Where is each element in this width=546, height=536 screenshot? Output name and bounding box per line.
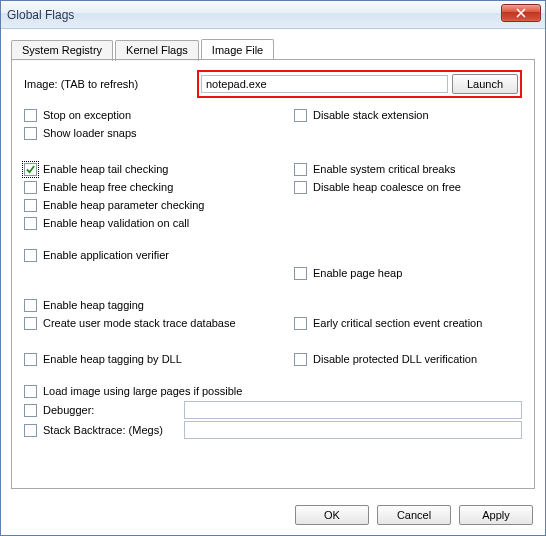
cb-enable-heap-parameter-checking[interactable] <box>24 199 37 212</box>
lbl-stack-backtrace: Stack Backtrace: (Megs) <box>43 424 163 436</box>
lbl-enable-heap-tail-checking: Enable heap tail checking <box>43 163 168 175</box>
lbl-disable-heap-coalesce-on-free: Disable heap coalesce on free <box>313 181 461 193</box>
debugger-input[interactable] <box>184 401 522 419</box>
tab-kernel-flags[interactable]: Kernel Flags <box>115 40 199 61</box>
image-row: Image: (TAB to refresh) Launch <box>24 70 522 98</box>
cb-create-user-mode-stack-trace-db[interactable] <box>24 317 37 330</box>
tab-image-file[interactable]: Image File <box>201 39 274 60</box>
lbl-enable-heap-tagging: Enable heap tagging <box>43 299 144 311</box>
lbl-debugger: Debugger: <box>43 404 94 416</box>
cb-stack-backtrace[interactable] <box>24 424 37 437</box>
cancel-button[interactable]: Cancel <box>377 505 451 525</box>
cb-stop-on-exception[interactable] <box>24 109 37 122</box>
global-flags-window: Global Flags System Registry Kernel Flag… <box>0 0 546 536</box>
cb-enable-application-verifier[interactable] <box>24 249 37 262</box>
ok-button[interactable]: OK <box>295 505 369 525</box>
cb-enable-heap-free-checking[interactable] <box>24 181 37 194</box>
close-button[interactable] <box>501 4 541 22</box>
lbl-load-image-large-pages: Load image using large pages if possible <box>43 385 242 397</box>
cb-enable-system-critical-breaks[interactable] <box>294 163 307 176</box>
cb-enable-heap-tail-checking[interactable] <box>24 163 37 176</box>
lbl-enable-page-heap: Enable page heap <box>313 267 402 279</box>
launch-button[interactable]: Launch <box>452 74 518 94</box>
tab-strip: System Registry Kernel Flags Image File <box>11 39 535 60</box>
image-highlight: Launch <box>197 70 522 98</box>
tab-system-registry[interactable]: System Registry <box>11 40 113 61</box>
lbl-enable-heap-tagging-by-dll: Enable heap tagging by DLL <box>43 353 182 365</box>
lbl-enable-application-verifier: Enable application verifier <box>43 249 169 261</box>
apply-button[interactable]: Apply <box>459 505 533 525</box>
cb-early-critical-section-event-creation[interactable] <box>294 317 307 330</box>
cb-disable-stack-extension[interactable] <box>294 109 307 122</box>
dialog-buttons: OK Cancel Apply <box>295 505 533 525</box>
cb-show-loader-snaps[interactable] <box>24 127 37 140</box>
lbl-enable-heap-validation-on-call: Enable heap validation on call <box>43 217 189 229</box>
window-body: System Registry Kernel Flags Image File … <box>1 29 545 495</box>
lbl-enable-heap-free-checking: Enable heap free checking <box>43 181 173 193</box>
cb-enable-heap-validation-on-call[interactable] <box>24 217 37 230</box>
window-title: Global Flags <box>7 8 74 22</box>
lbl-enable-heap-parameter-checking: Enable heap parameter checking <box>43 199 204 211</box>
lbl-early-critical-section-event-creation: Early critical section event creation <box>313 317 482 329</box>
lbl-enable-system-critical-breaks: Enable system critical breaks <box>313 163 455 175</box>
cb-disable-protected-dll-verification[interactable] <box>294 353 307 366</box>
image-label: Image: (TAB to refresh) <box>24 78 197 90</box>
cb-disable-heap-coalesce-on-free[interactable] <box>294 181 307 194</box>
cb-debugger[interactable] <box>24 404 37 417</box>
lbl-create-user-mode-stack-trace-db: Create user mode stack trace database <box>43 317 236 329</box>
cb-enable-heap-tagging-by-dll[interactable] <box>24 353 37 366</box>
cb-load-image-large-pages[interactable] <box>24 385 37 398</box>
image-input[interactable] <box>201 75 448 93</box>
stack-backtrace-input[interactable] <box>184 421 522 439</box>
close-icon <box>516 8 526 18</box>
lbl-disable-protected-dll-verification: Disable protected DLL verification <box>313 353 477 365</box>
cb-enable-heap-tagging[interactable] <box>24 299 37 312</box>
cb-enable-page-heap[interactable] <box>294 267 307 280</box>
lbl-disable-stack-extension: Disable stack extension <box>313 109 429 121</box>
lbl-show-loader-snaps: Show loader snaps <box>43 127 137 139</box>
tab-panel-image-file: Image: (TAB to refresh) Launch Stop on e… <box>11 59 535 489</box>
lbl-stop-on-exception: Stop on exception <box>43 109 131 121</box>
titlebar: Global Flags <box>1 1 545 29</box>
